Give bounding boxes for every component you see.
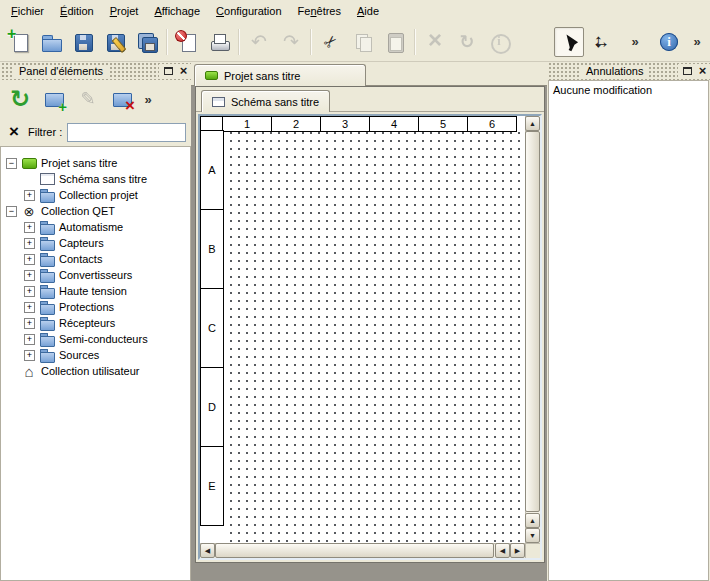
elements-panel-toolbar	[0, 80, 191, 118]
home-icon	[21, 365, 37, 378]
tree-item-collection-utilisateur[interactable]: Collection utilisateur	[1, 363, 190, 379]
tree-item-label: Contacts	[59, 253, 102, 265]
edit-element-icon	[77, 88, 99, 110]
filter-input[interactable]	[67, 123, 186, 142]
horizontal-scrollbar[interactable]	[200, 543, 525, 558]
toolbar-separator	[414, 29, 416, 55]
expander-plus-icon[interactable]	[23, 267, 36, 283]
expander-plus-icon[interactable]	[23, 251, 36, 267]
scroll-right-button[interactable]	[510, 543, 525, 558]
schema-icon	[39, 173, 55, 186]
expander-plus-icon[interactable]	[23, 283, 36, 299]
qelectrotech-window: FichierÉditionProjetAffichageConfigurati…	[0, 0, 710, 581]
expander-plus-icon[interactable]	[23, 347, 36, 363]
close-undo-panel-button[interactable]: ×	[695, 64, 710, 79]
scroll-up-button[interactable]	[525, 116, 540, 131]
tree-item-label: Collection utilisateur	[41, 365, 139, 377]
tree-item-protections[interactable]: Protections	[1, 299, 190, 315]
save-button[interactable]	[68, 27, 98, 57]
scroll-left-button[interactable]	[200, 543, 215, 558]
delete-element-button[interactable]	[107, 84, 137, 114]
menu-edition[interactable]: Édition	[52, 2, 102, 20]
float-undo-panel-button[interactable]	[680, 64, 695, 79]
panel-overflow-button[interactable]	[141, 84, 155, 114]
column-ruler: 123456	[223, 116, 517, 132]
menu-projet[interactable]: Projet	[102, 2, 147, 20]
expander-plus-icon[interactable]	[23, 299, 36, 315]
scroll-down-button[interactable]	[525, 528, 540, 543]
tree-item-semi-conducteurs[interactable]: Semi-conducteurs	[1, 331, 190, 347]
tree-item-capteurs[interactable]: Capteurs	[1, 235, 190, 251]
expander-minus-icon[interactable]	[5, 203, 18, 219]
project-tab[interactable]: Projet sans titre	[194, 64, 366, 86]
menu-affichage[interactable]: Affichage	[146, 2, 208, 20]
undo-panel: Annulations × Aucune modification	[547, 62, 710, 581]
selection-mode-button[interactable]	[554, 27, 584, 57]
column-header: 5	[418, 116, 468, 132]
tree-item-recepteurs[interactable]: Récepteurs	[1, 315, 190, 331]
cut-button[interactable]	[316, 27, 346, 57]
float-elements-panel-button[interactable]	[161, 64, 176, 79]
tree-item-schema-sans-titre[interactable]: Schéma sans titre	[1, 171, 190, 187]
main-toolbar	[0, 22, 710, 62]
close-project-button[interactable]	[172, 27, 202, 57]
float-icon	[164, 67, 173, 75]
about-icon	[658, 31, 680, 53]
elements-panel-titlebar[interactable]: Panel d'éléments ×	[0, 62, 191, 80]
tree-item-automatisme[interactable]: Automatisme	[1, 219, 190, 235]
open-project-icon	[40, 31, 62, 53]
undo-empty-text: Aucune modification	[553, 84, 704, 96]
vertical-scroll-thumb[interactable]	[525, 131, 540, 512]
vertical-scrollbar[interactable]	[525, 116, 540, 543]
horizontal-scroll-thumb[interactable]	[215, 543, 494, 558]
toolbar-separator	[310, 29, 312, 55]
schema-tab-bar: Schéma sans titre	[196, 87, 544, 112]
menu-fichier[interactable]: Fichier	[3, 2, 52, 20]
tree-item-collection-qet[interactable]: Collection QET	[1, 203, 190, 219]
tree-item-convertisseurs[interactable]: Convertisseurs	[1, 267, 190, 283]
diagram-paper[interactable]	[224, 132, 525, 543]
expander-plus-icon[interactable]	[23, 315, 36, 331]
scroll-left-button-2[interactable]	[495, 543, 510, 558]
tree-item-haute-tension[interactable]: Haute tension	[1, 283, 190, 299]
reload-collections-button[interactable]	[5, 84, 35, 114]
undo-panel-titlebar[interactable]: Annulations ×	[547, 62, 710, 80]
visualisation-mode-button[interactable]	[586, 27, 616, 57]
clear-filter-button[interactable]	[5, 123, 23, 141]
close-icon: ×	[180, 64, 188, 77]
project-icon	[205, 71, 218, 80]
folder-icon	[39, 301, 55, 314]
expander-plus-icon[interactable]	[23, 219, 36, 235]
toolbar-separator	[238, 29, 240, 55]
tree-item-sources[interactable]: Sources	[1, 347, 190, 363]
tree-item-projet-sans-titre[interactable]: Projet sans titre	[1, 155, 190, 171]
delete-element-icon	[111, 88, 133, 110]
menu-configuration[interactable]: Configuration	[208, 2, 289, 20]
toolbar-overflow-button[interactable]	[628, 27, 642, 57]
save-all-button[interactable]	[132, 27, 162, 57]
tree-item-collection-projet[interactable]: Collection projet	[1, 187, 190, 203]
toolbar-group	[689, 27, 705, 57]
tree-item-contacts[interactable]: Contacts	[1, 251, 190, 267]
toolbar-overflow-icon	[624, 31, 646, 53]
toolbar-overflow-icon	[686, 31, 708, 53]
toolbar-overflow-button-2[interactable]	[690, 27, 704, 57]
menu-fenetres[interactable]: Fenêtres	[290, 2, 349, 20]
print-button[interactable]	[204, 27, 234, 57]
open-project-button[interactable]	[36, 27, 66, 57]
close-elements-panel-button[interactable]: ×	[176, 64, 191, 79]
new-document-button[interactable]	[4, 27, 34, 57]
expander-plus-icon[interactable]	[23, 331, 36, 347]
expander-plus-icon[interactable]	[23, 187, 36, 203]
menu-aide[interactable]: Aide	[349, 2, 387, 20]
new-element-button[interactable]	[39, 84, 69, 114]
toolbar-group	[243, 27, 307, 57]
expander-minus-icon[interactable]	[5, 155, 18, 171]
undo-icon	[248, 31, 270, 53]
expander-plus-icon[interactable]	[23, 235, 36, 251]
schema-tab[interactable]: Schéma sans titre	[201, 90, 330, 112]
save-as-button[interactable]	[100, 27, 130, 57]
project-window: Schéma sans titre 123456 ABCDE	[195, 86, 545, 563]
about-button[interactable]	[654, 27, 684, 57]
scroll-up-button-2[interactable]	[525, 513, 540, 528]
